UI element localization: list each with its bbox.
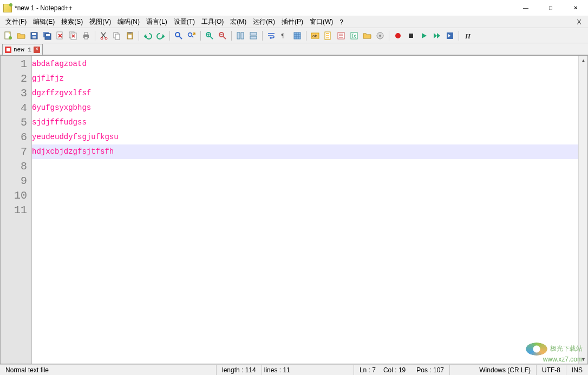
monitor-icon[interactable]	[374, 30, 386, 42]
new-file-icon[interactable]	[2, 30, 14, 42]
cut-icon[interactable]	[98, 30, 110, 42]
code-line[interactable]: sjdjfffudgss	[32, 115, 578, 130]
paste-icon[interactable]	[124, 30, 136, 42]
svg-rect-1	[9, 32, 10, 34]
replace-icon[interactable]	[186, 30, 198, 42]
toolbar-separator	[262, 31, 263, 41]
svg-point-16	[105, 37, 107, 40]
status-bar: Normal text file length : 114 lines : 11…	[0, 364, 588, 375]
close-icon[interactable]	[54, 30, 66, 42]
copy-icon[interactable]	[111, 30, 123, 42]
code-line[interactable]: gjflfjz	[32, 71, 578, 86]
undo-icon[interactable]	[142, 30, 154, 42]
stop-macro-icon[interactable]	[405, 30, 417, 42]
file-tab[interactable]: new 1 ×	[2, 44, 43, 55]
code-line[interactable]	[32, 159, 578, 174]
scroll-down-icon[interactable]: ▼	[579, 354, 588, 364]
menu-tools[interactable]: 工具(O)	[198, 16, 227, 28]
sync-v-icon[interactable]	[234, 30, 246, 42]
menu-bar: 文件(F) 编辑(E) 搜索(S) 视图(V) 编码(N) 语言(L) 设置(T…	[0, 16, 588, 28]
minimize-button[interactable]: —	[513, 0, 538, 16]
doc-list-icon[interactable]	[335, 30, 347, 42]
status-length: length : 114	[217, 365, 262, 375]
code-line[interactable]: hdjxcbjdzgfsjtfsfh	[32, 144, 578, 159]
menu-help[interactable]: ?	[336, 17, 347, 27]
line-number: 3	[1, 86, 27, 101]
zoom-in-icon[interactable]	[204, 30, 215, 42]
wordwrap-icon[interactable]	[265, 30, 277, 42]
redo-icon[interactable]	[155, 30, 167, 42]
func-list-icon[interactable]: fx	[348, 30, 360, 42]
zoom-out-icon[interactable]	[217, 30, 228, 42]
svg-rect-27	[241, 32, 244, 39]
menu-language[interactable]: 语言(L)	[143, 16, 171, 28]
svg-point-22	[175, 32, 180, 37]
toolbar-separator	[169, 31, 170, 41]
vertical-scrollbar[interactable]: ▲ ▼	[578, 56, 587, 364]
svg-rect-29	[250, 36, 257, 39]
code-line[interactable]	[32, 203, 578, 218]
menubar-close-button[interactable]: X	[572, 18, 586, 26]
play-macro-icon[interactable]	[418, 30, 430, 42]
doc-map-icon[interactable]	[322, 30, 334, 42]
save-icon[interactable]	[28, 30, 40, 42]
tab-bar: new 1 ×	[0, 43, 588, 55]
menu-search[interactable]: 搜索(S)	[58, 16, 86, 28]
bold-h-icon[interactable]: H	[462, 30, 474, 42]
close-all-icon[interactable]	[67, 30, 79, 42]
menu-encoding[interactable]: 编码(N)	[114, 16, 143, 28]
menu-file[interactable]: 文件(F)	[2, 16, 30, 28]
status-lines: lines : 11	[262, 365, 296, 375]
find-icon[interactable]	[173, 30, 185, 42]
toolbar-separator	[389, 31, 389, 41]
svg-rect-21	[128, 35, 132, 38]
open-file-icon[interactable]	[15, 30, 27, 42]
maximize-button[interactable]: □	[538, 0, 563, 16]
menu-view[interactable]: 视图(V)	[86, 16, 114, 28]
save-macro-icon[interactable]	[444, 30, 456, 42]
menu-settings[interactable]: 设置(T)	[171, 16, 198, 28]
window-buttons: — □ ✕	[513, 0, 588, 16]
code-line[interactable]: 6yufgsyxgbhgs	[32, 101, 578, 115]
print-icon[interactable]	[80, 30, 92, 42]
svg-rect-44	[409, 34, 413, 38]
code-line[interactable]	[32, 174, 578, 188]
record-macro-icon[interactable]	[392, 30, 404, 42]
fast-macro-icon[interactable]	[431, 30, 443, 42]
close-window-button[interactable]: ✕	[563, 0, 588, 16]
file-modified-icon	[5, 47, 11, 53]
svg-rect-8	[46, 34, 50, 36]
lang-icon[interactable]: ab	[309, 30, 321, 42]
menu-edit[interactable]: 编辑(E)	[30, 16, 58, 28]
all-chars-icon[interactable]: ¶	[278, 30, 290, 42]
app-icon	[3, 4, 12, 12]
code-line[interactable]: abdafagzoatd	[32, 57, 578, 71]
svg-rect-26	[237, 32, 240, 39]
code-line[interactable]: yeudeuddyfsgjufkgsu	[32, 130, 578, 144]
menu-run[interactable]: 运行(R)	[250, 16, 278, 28]
svg-point-2	[9, 36, 12, 40]
code-line[interactable]	[32, 188, 578, 203]
code-line[interactable]: dgzffzgvxlfsf	[32, 86, 578, 101]
svg-rect-20	[128, 32, 132, 34]
line-number: 11	[1, 203, 27, 218]
file-tab-close-button[interactable]: ×	[34, 47, 40, 53]
folder-icon[interactable]	[361, 30, 373, 42]
save-all-icon[interactable]	[41, 30, 53, 42]
svg-rect-35	[326, 33, 329, 34]
code-area[interactable]: abdafagzoatdgjflfjzdgzffzgvxlfsf6yufgsyx…	[32, 56, 578, 364]
line-number: 5	[1, 115, 27, 130]
sync-h-icon[interactable]	[247, 30, 259, 42]
menu-plugins[interactable]: 插件(P)	[278, 16, 306, 28]
menu-macro[interactable]: 宏(M)	[227, 16, 250, 28]
status-mode: INS	[566, 365, 588, 375]
line-number: 6	[1, 130, 27, 144]
svg-rect-31	[294, 32, 300, 39]
menu-window[interactable]: 窗口(W)	[306, 16, 336, 28]
toolbar-separator	[139, 31, 139, 41]
indent-guide-icon[interactable]	[291, 30, 303, 42]
file-tab-label: new 1	[14, 47, 31, 53]
scroll-up-icon[interactable]: ▲	[579, 56, 588, 65]
svg-text:H: H	[465, 32, 471, 40]
toolbar: ¶abfxH	[0, 28, 588, 43]
